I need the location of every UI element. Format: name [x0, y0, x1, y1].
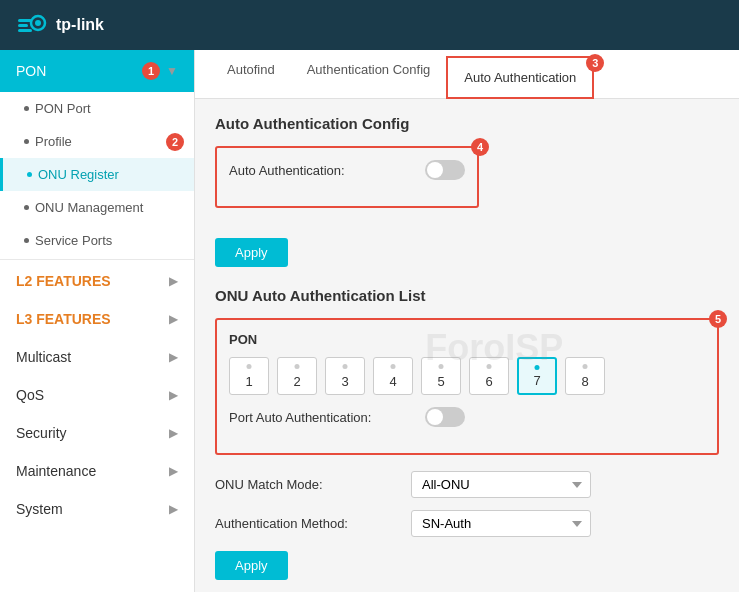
qos-label: QoS: [16, 387, 44, 403]
port-btn-4[interactable]: 4: [373, 357, 413, 395]
auto-auth-config-section: Auto Authentication Config Auto Authenti…: [215, 115, 719, 267]
port-btn-1[interactable]: 1: [229, 357, 269, 395]
main-content: Autofind Authentication Config Auto Auth…: [195, 50, 739, 592]
tab-autofind[interactable]: Autofind: [211, 50, 291, 98]
sidebar-profile-label: Profile: [35, 134, 72, 149]
dot-icon: [24, 205, 29, 210]
sidebar-item-security[interactable]: Security ▶: [0, 414, 194, 452]
maintenance-chevron-icon: ▶: [169, 464, 178, 478]
logo-icon: [16, 9, 48, 41]
port-dot-4: [391, 364, 396, 369]
security-chevron-icon: ▶: [169, 426, 178, 440]
auto-auth-apply-button[interactable]: Apply: [215, 238, 288, 267]
auto-auth-toggle[interactable]: [425, 160, 465, 180]
sidebar-badge-1: 1: [142, 62, 160, 80]
sidebar-item-l2-features[interactable]: L2 FEATURES ▶: [0, 262, 194, 300]
port-btn-5[interactable]: 5: [421, 357, 461, 395]
pon-section-label: PON: [229, 332, 705, 347]
sidebar-item-onu-management[interactable]: ONU Management: [0, 191, 194, 224]
content-area: ForoISP Auto Authentication Config Auto …: [195, 99, 739, 592]
svg-rect-3: [18, 29, 32, 32]
sidebar-onu-register-label: ONU Register: [38, 167, 119, 182]
system-label: System: [16, 501, 63, 517]
port-auto-auth-toggle[interactable]: [425, 407, 465, 427]
pon-section-badge-5: 5: [709, 310, 727, 328]
l2-chevron-icon: ▶: [169, 274, 178, 288]
auto-auth-toggle-box: Auto Authentication:: [215, 146, 479, 208]
port-btn-7[interactable]: 7: [517, 357, 557, 395]
system-chevron-icon: ▶: [169, 502, 178, 516]
port-dot-1: [247, 364, 252, 369]
port-dot-5: [439, 364, 444, 369]
sidebar-item-system[interactable]: System ▶: [0, 490, 194, 528]
svg-point-5: [35, 20, 41, 26]
qos-chevron-icon: ▶: [169, 388, 178, 402]
port-btn-6[interactable]: 6: [469, 357, 509, 395]
sidebar-pon-label: PON: [16, 63, 46, 79]
logo: tp-link: [16, 9, 104, 41]
port-btn-2[interactable]: 2: [277, 357, 317, 395]
config-badge-4: 4: [471, 138, 489, 156]
header: tp-link: [0, 0, 739, 50]
sidebar-onu-management-label: ONU Management: [35, 200, 143, 215]
l3-chevron-icon: ▶: [169, 312, 178, 326]
layout: PON 1 ▼ PON Port Profile 2 ONU Register …: [0, 50, 739, 592]
dot-icon: [27, 172, 32, 177]
tab-auto-auth-label: Auto Authentication: [464, 70, 576, 85]
l2-features-label: L2 FEATURES: [16, 273, 111, 289]
sidebar-badge-2: 2: [166, 133, 184, 151]
port-dot-2: [295, 364, 300, 369]
multicast-label: Multicast: [16, 349, 71, 365]
dot-icon: [24, 106, 29, 111]
toggle-slider: [425, 160, 465, 180]
dot-icon: [24, 139, 29, 144]
pon-chevron: ▼: [166, 64, 178, 78]
auth-method-label: Authentication Method:: [215, 516, 395, 531]
auto-auth-config-title: Auto Authentication Config: [215, 115, 719, 132]
port-toggle-slider: [425, 407, 465, 427]
sidebar-item-maintenance[interactable]: Maintenance ▶: [0, 452, 194, 490]
onu-match-mode-row: ONU Match Mode: All-ONU Specific-ONU: [215, 471, 719, 498]
auto-auth-form-row: Auto Authentication:: [229, 160, 465, 180]
auto-auth-toggle-label: Auto Authentication:: [229, 163, 409, 178]
port-btn-3[interactable]: 3: [325, 357, 365, 395]
sidebar-item-qos[interactable]: QoS ▶: [0, 376, 194, 414]
tabs-bar: Autofind Authentication Config Auto Auth…: [195, 50, 739, 99]
sidebar-item-service-ports[interactable]: Service Ports: [0, 224, 194, 257]
auth-method-select[interactable]: SN-Auth Password-Auth SN+Password: [411, 510, 591, 537]
port-auto-auth-row: Port Auto Authentication:: [229, 407, 705, 427]
port-dot-7: [535, 365, 540, 370]
sidebar-item-l3-features[interactable]: L3 FEATURES ▶: [0, 300, 194, 338]
l3-features-label: L3 FEATURES: [16, 311, 111, 327]
onu-auto-auth-section: ONU Auto Authentication List PON 1 2 3 4…: [215, 287, 719, 580]
onu-match-mode-select[interactable]: All-ONU Specific-ONU: [411, 471, 591, 498]
tab-auth-config[interactable]: Authentication Config: [291, 50, 447, 98]
onu-match-mode-label: ONU Match Mode:: [215, 477, 395, 492]
port-dot-6: [487, 364, 492, 369]
sidebar-item-profile[interactable]: Profile 2: [0, 125, 194, 158]
sidebar-service-ports-label: Service Ports: [35, 233, 112, 248]
tab-auto-auth[interactable]: Auto Authentication: [446, 56, 594, 99]
multicast-chevron-icon: ▶: [169, 350, 178, 364]
sidebar-item-pon-port[interactable]: PON Port: [0, 92, 194, 125]
dot-icon: [24, 238, 29, 243]
tab-badge-3: 3: [586, 54, 604, 72]
port-dot-3: [343, 364, 348, 369]
security-label: Security: [16, 425, 67, 441]
sidebar: PON 1 ▼ PON Port Profile 2 ONU Register …: [0, 50, 195, 592]
port-dot-8: [583, 364, 588, 369]
onu-list-apply-button[interactable]: Apply: [215, 551, 288, 580]
port-grid: 1 2 3 4 5 6 7 8: [229, 357, 705, 395]
onu-list-title: ONU Auto Authentication List: [215, 287, 719, 304]
maintenance-label: Maintenance: [16, 463, 96, 479]
sidebar-item-pon[interactable]: PON 1 ▼: [0, 50, 194, 92]
logo-text: tp-link: [56, 16, 104, 34]
svg-rect-2: [18, 24, 28, 27]
sidebar-pon-port-label: PON Port: [35, 101, 91, 116]
pon-ports-section: PON 1 2 3 4 5 6 7 8 Port Auto Authe: [215, 318, 719, 455]
sidebar-item-onu-register[interactable]: ONU Register: [0, 158, 194, 191]
sidebar-item-multicast[interactable]: Multicast ▶: [0, 338, 194, 376]
auth-method-row: Authentication Method: SN-Auth Password-…: [215, 510, 719, 537]
port-auto-auth-label: Port Auto Authentication:: [229, 410, 409, 425]
port-btn-8[interactable]: 8: [565, 357, 605, 395]
